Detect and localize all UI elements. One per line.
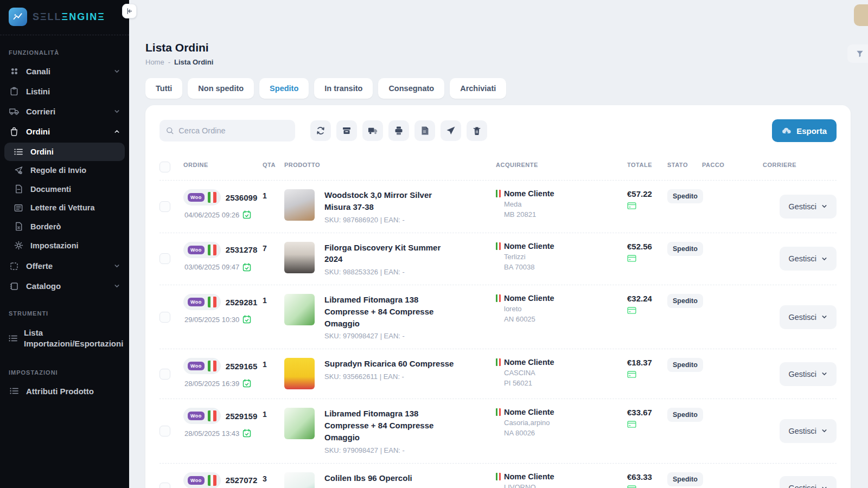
table-row: Woo 2529159 28/05/2025 13:43 1 Libramed … xyxy=(159,399,837,463)
manage-button[interactable]: Gestisci xyxy=(780,419,837,443)
order-total: €63.33 xyxy=(627,472,667,481)
product-name[interactable]: Libramed Fitomagra 138 Compresse + 84 Co… xyxy=(324,408,460,443)
print-button[interactable] xyxy=(388,120,409,141)
product-cell: Filorga Discovery Kit Summer 2024 SKU: 9… xyxy=(284,242,496,277)
collapse-arrow-icon xyxy=(126,8,133,15)
tab-archiviati[interactable]: Archiviati xyxy=(450,78,506,99)
sidebar-item-attributi-prodotto[interactable]: Attributi Prodotto xyxy=(0,381,129,401)
sidebar-item-ordini-list[interactable]: Ordini xyxy=(4,143,125,161)
row-checkbox[interactable] xyxy=(159,201,170,212)
search-input[interactable] xyxy=(178,126,289,135)
product-sku-ean: SKU: 979098427 | EAN: - xyxy=(324,332,460,340)
select-all-checkbox[interactable] xyxy=(159,162,170,172)
breadcrumb-home[interactable]: Home xyxy=(145,58,164,66)
sidebar-collapse-button[interactable] xyxy=(122,4,137,18)
quantity: 1 xyxy=(263,358,284,369)
product-image[interactable] xyxy=(284,242,315,273)
row-checkbox[interactable] xyxy=(159,312,170,323)
product-name[interactable]: Supradyn Ricarica 60 Compresse xyxy=(324,358,454,370)
manage-button[interactable]: Gestisci xyxy=(780,476,837,488)
manage-button[interactable]: Gestisci xyxy=(780,195,837,219)
buyer-name: Nome Cliente xyxy=(504,358,554,367)
total-cell: €18.37 xyxy=(627,358,667,380)
sidebar-item-documenti[interactable]: Documenti xyxy=(4,179,125,198)
manage-button[interactable]: Gestisci xyxy=(780,362,837,386)
carrier-cell: Gestisci xyxy=(780,419,837,443)
export-button[interactable]: Esporta xyxy=(772,119,837,142)
shopping-bag-icon xyxy=(9,127,20,136)
manage-button[interactable]: Gestisci xyxy=(780,247,837,271)
order-number[interactable]: 2529165 xyxy=(226,362,257,371)
sidebar-item-canali[interactable]: Canali xyxy=(0,61,129,81)
buyer-cell: Nome Cliente Terlizzi BA 70038 xyxy=(496,242,627,271)
ship-button[interactable] xyxy=(362,120,383,141)
sidebar-item-offerte[interactable]: Offerte xyxy=(0,256,129,276)
product-image[interactable] xyxy=(284,472,315,488)
buyer-zip: AN 60025 xyxy=(496,315,627,323)
sidebar-item-catalogo[interactable]: Catalogo xyxy=(0,276,129,296)
tab-tutti[interactable]: Tutti xyxy=(145,78,182,99)
sidebar-item-regole-di-invio[interactable]: Regole di Invio xyxy=(4,161,125,179)
sidebar-item-listini[interactable]: Listini xyxy=(0,81,129,101)
product-name[interactable]: Filorga Discovery Kit Summer 2024 xyxy=(324,242,460,266)
quantity: 1 xyxy=(263,408,284,419)
sidebar: SΞLLΞNGINΞ FUNZIONALITÀ Canali Listini C… xyxy=(0,0,129,488)
brand: SΞLLΞNGINΞ xyxy=(0,0,129,35)
col-acquirente: ACQUIRENTE xyxy=(496,162,627,168)
sidebar-item-bordero[interactable]: Borderò xyxy=(4,217,125,236)
product-name[interactable]: Libramed Fitomagra 138 Compresse + 84 Co… xyxy=(324,294,460,329)
filter-button[interactable]: Filtri xyxy=(847,44,868,63)
channel-pill: Woo xyxy=(183,472,221,488)
table-row: Woo 2536099 04/06/2025 09:26 1 Woodstock… xyxy=(159,180,837,233)
credit-card-icon xyxy=(627,254,667,264)
product-name[interactable]: Colilen Ibs 96 Opercoli xyxy=(324,472,412,484)
buyer-cell: Nome Cliente LIVORNO LI 57123 xyxy=(496,472,627,488)
product-image[interactable] xyxy=(284,408,315,439)
buyer-name: Nome Cliente xyxy=(504,294,554,303)
delete-button[interactable] xyxy=(467,120,487,141)
main-content: Filtri Lista Ordini Home - Lista Ordini … xyxy=(129,0,868,488)
sidebar-item-lettere-di-vettura[interactable]: Lettere di Vettura xyxy=(4,198,125,217)
italy-flag-icon xyxy=(208,475,216,486)
row-checkbox[interactable] xyxy=(159,369,170,380)
sidebar-item-ordini[interactable]: Ordini xyxy=(0,121,129,142)
refresh-button[interactable] xyxy=(310,120,331,141)
product-name[interactable]: Woodstock 3,0 Mirror Silver Misura 37-38 xyxy=(324,189,460,213)
sidebar-item-lista-import-export[interactable]: Lista Importazioni/Esportazioni xyxy=(0,322,129,355)
order-number[interactable]: 2536099 xyxy=(226,193,257,202)
col-prodotto: PRODOTTO xyxy=(284,162,496,168)
credit-card-icon xyxy=(627,202,667,211)
order-number[interactable]: 2529159 xyxy=(226,412,257,421)
tab-consegnato[interactable]: Consegnato xyxy=(378,78,444,99)
carrier-cell: Gestisci xyxy=(780,195,837,219)
order-number[interactable]: 2529281 xyxy=(226,298,257,307)
col-totale: TOTALE xyxy=(627,162,667,168)
documents-button[interactable] xyxy=(414,120,435,141)
tab-non-spedito[interactable]: Non spedito xyxy=(188,78,254,99)
archive-button[interactable] xyxy=(336,120,357,141)
product-image[interactable] xyxy=(284,358,315,389)
order-number[interactable]: 2531278 xyxy=(226,245,257,254)
order-date: 04/06/2025 09:26 xyxy=(184,211,239,219)
send-button[interactable] xyxy=(441,120,461,141)
sidebar-item-label: Canali xyxy=(26,67,50,76)
italy-flag-icon xyxy=(496,408,501,416)
manage-button[interactable]: Gestisci xyxy=(780,305,837,329)
row-checkbox[interactable] xyxy=(159,253,170,264)
row-checkbox[interactable] xyxy=(159,426,170,436)
channel-pill: Woo xyxy=(183,242,221,258)
product-image[interactable] xyxy=(284,189,315,221)
sidebar-item-impostazioni[interactable]: Impostazioni xyxy=(4,236,125,255)
truck-icon xyxy=(368,126,378,135)
avatar[interactable] xyxy=(854,4,868,26)
tab-in-transito[interactable]: In transito xyxy=(314,78,373,99)
section-strumenti: STRUMENTI xyxy=(9,310,120,317)
order-number[interactable]: 2527072 xyxy=(226,476,257,485)
document-icon xyxy=(13,184,24,194)
sidebar-item-corrieri[interactable]: Corrieri xyxy=(0,101,129,121)
buyer-zip: PI 56021 xyxy=(496,379,627,387)
row-checkbox[interactable] xyxy=(159,483,170,488)
sidebar-item-label: Offerte xyxy=(26,261,53,271)
tab-spedito[interactable]: Spedito xyxy=(259,78,309,99)
product-image[interactable] xyxy=(284,294,315,325)
